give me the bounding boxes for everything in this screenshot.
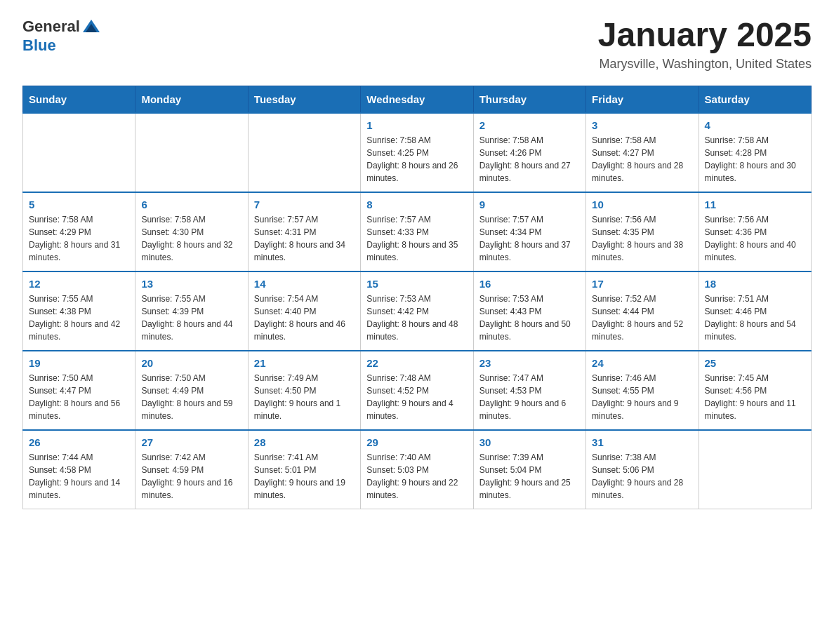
calendar-cell: 4Sunrise: 7:58 AMSunset: 4:28 PMDaylight… [699,113,811,192]
day-number: 15 [366,278,467,290]
page-subtitle: Marysville, Washington, United States [598,57,812,72]
header-day-friday: Friday [586,86,699,113]
title-section: January 2025 Marysville, Washington, Uni… [598,17,812,72]
day-info: Sunrise: 7:46 AMSunset: 4:55 PMDaylight:… [592,372,692,422]
calendar-cell [135,113,248,192]
day-info: Sunrise: 7:55 AMSunset: 4:39 PMDaylight:… [141,293,241,343]
calendar-cell: 9Sunrise: 7:57 AMSunset: 4:34 PMDaylight… [473,192,585,271]
calendar-cell: 21Sunrise: 7:49 AMSunset: 4:50 PMDayligh… [248,351,360,430]
logo-icon [81,17,101,36]
day-info: Sunrise: 7:54 AMSunset: 4:40 PMDaylight:… [254,293,355,343]
day-number: 21 [254,357,355,369]
day-info: Sunrise: 7:40 AMSunset: 5:03 PMDaylight:… [366,451,467,502]
day-number: 11 [705,199,805,210]
calendar-cell: 25Sunrise: 7:45 AMSunset: 4:56 PMDayligh… [699,351,811,430]
calendar-cell: 15Sunrise: 7:53 AMSunset: 4:42 PMDayligh… [361,271,473,351]
day-info: Sunrise: 7:53 AMSunset: 4:42 PMDaylight:… [366,293,467,343]
day-info: Sunrise: 7:56 AMSunset: 4:35 PMDaylight:… [592,213,692,264]
day-info: Sunrise: 7:58 AMSunset: 4:27 PMDaylight:… [592,134,692,185]
day-number: 2 [479,119,580,131]
day-info: Sunrise: 7:57 AMSunset: 4:33 PMDaylight:… [366,213,467,264]
week-row-3: 12Sunrise: 7:55 AMSunset: 4:38 PMDayligh… [23,271,812,351]
calendar-cell: 16Sunrise: 7:53 AMSunset: 4:43 PMDayligh… [473,271,585,351]
calendar-cell: 12Sunrise: 7:55 AMSunset: 4:38 PMDayligh… [23,271,135,351]
calendar-cell: 30Sunrise: 7:39 AMSunset: 5:04 PMDayligh… [473,430,585,509]
day-number: 23 [479,357,580,369]
day-number: 26 [29,436,129,448]
day-number: 17 [592,278,692,290]
calendar-cell [248,113,360,192]
day-number: 9 [479,199,580,210]
week-row-1: 1Sunrise: 7:58 AMSunset: 4:25 PMDaylight… [23,113,812,192]
calendar-cell: 18Sunrise: 7:51 AMSunset: 4:46 PMDayligh… [699,271,811,351]
calendar-cell: 8Sunrise: 7:57 AMSunset: 4:33 PMDaylight… [361,192,473,271]
page-header: General Blue January 2025 Marysville, Wa… [22,17,812,72]
day-info: Sunrise: 7:38 AMSunset: 5:06 PMDaylight:… [592,451,692,502]
day-info: Sunrise: 7:42 AMSunset: 4:59 PMDaylight:… [141,451,241,502]
day-info: Sunrise: 7:57 AMSunset: 4:34 PMDaylight:… [479,213,580,264]
day-number: 24 [592,357,692,369]
calendar-cell: 27Sunrise: 7:42 AMSunset: 4:59 PMDayligh… [135,430,248,509]
day-number: 27 [141,436,241,448]
day-info: Sunrise: 7:39 AMSunset: 5:04 PMDaylight:… [479,451,580,502]
calendar-cell: 11Sunrise: 7:56 AMSunset: 4:36 PMDayligh… [699,192,811,271]
calendar-cell: 23Sunrise: 7:47 AMSunset: 4:53 PMDayligh… [473,351,585,430]
calendar-cell: 26Sunrise: 7:44 AMSunset: 4:58 PMDayligh… [23,430,135,509]
day-number: 30 [479,436,580,448]
week-row-5: 26Sunrise: 7:44 AMSunset: 4:58 PMDayligh… [23,430,812,509]
day-info: Sunrise: 7:56 AMSunset: 4:36 PMDaylight:… [705,213,805,264]
calendar-cell: 24Sunrise: 7:46 AMSunset: 4:55 PMDayligh… [586,351,699,430]
day-info: Sunrise: 7:58 AMSunset: 4:29 PMDaylight:… [29,213,129,264]
day-info: Sunrise: 7:58 AMSunset: 4:26 PMDaylight:… [479,134,580,185]
day-info: Sunrise: 7:44 AMSunset: 4:58 PMDaylight:… [29,451,129,502]
day-info: Sunrise: 7:58 AMSunset: 4:30 PMDaylight:… [141,213,241,264]
day-number: 4 [705,119,805,131]
day-number: 25 [705,357,805,369]
calendar-cell: 3Sunrise: 7:58 AMSunset: 4:27 PMDaylight… [586,113,699,192]
logo-text-blue: Blue [22,36,56,55]
day-info: Sunrise: 7:55 AMSunset: 4:38 PMDaylight:… [29,293,129,343]
page-title: January 2025 [598,17,812,54]
day-number: 12 [29,278,129,290]
day-number: 5 [29,199,129,210]
day-number: 20 [141,357,241,369]
day-number: 16 [479,278,580,290]
calendar-cell: 29Sunrise: 7:40 AMSunset: 5:03 PMDayligh… [361,430,473,509]
day-number: 22 [366,357,467,369]
day-number: 6 [141,199,241,210]
day-info: Sunrise: 7:47 AMSunset: 4:53 PMDaylight:… [479,372,580,422]
calendar-cell: 28Sunrise: 7:41 AMSunset: 5:01 PMDayligh… [248,430,360,509]
calendar-body: 1Sunrise: 7:58 AMSunset: 4:25 PMDaylight… [23,113,812,509]
calendar-cell: 2Sunrise: 7:58 AMSunset: 4:26 PMDaylight… [473,113,585,192]
week-row-2: 5Sunrise: 7:58 AMSunset: 4:29 PMDaylight… [23,192,812,271]
day-number: 1 [366,119,467,131]
day-number: 28 [254,436,355,448]
calendar-cell: 10Sunrise: 7:56 AMSunset: 4:35 PMDayligh… [586,192,699,271]
calendar-cell: 31Sunrise: 7:38 AMSunset: 5:06 PMDayligh… [586,430,699,509]
calendar-cell: 19Sunrise: 7:50 AMSunset: 4:47 PMDayligh… [23,351,135,430]
day-info: Sunrise: 7:50 AMSunset: 4:47 PMDaylight:… [29,372,129,422]
day-info: Sunrise: 7:58 AMSunset: 4:28 PMDaylight:… [705,134,805,185]
day-number: 8 [366,199,467,210]
day-number: 7 [254,199,355,210]
day-info: Sunrise: 7:51 AMSunset: 4:46 PMDaylight:… [705,293,805,343]
calendar-cell: 14Sunrise: 7:54 AMSunset: 4:40 PMDayligh… [248,271,360,351]
day-info: Sunrise: 7:41 AMSunset: 5:01 PMDaylight:… [254,451,355,502]
day-info: Sunrise: 7:45 AMSunset: 4:56 PMDaylight:… [705,372,805,422]
week-row-4: 19Sunrise: 7:50 AMSunset: 4:47 PMDayligh… [23,351,812,430]
header-day-thursday: Thursday [473,86,585,113]
day-number: 10 [592,199,692,210]
header-day-monday: Monday [135,86,248,113]
day-number: 13 [141,278,241,290]
day-info: Sunrise: 7:58 AMSunset: 4:25 PMDaylight:… [366,134,467,185]
header-day-wednesday: Wednesday [361,86,473,113]
calendar-cell: 17Sunrise: 7:52 AMSunset: 4:44 PMDayligh… [586,271,699,351]
day-info: Sunrise: 7:50 AMSunset: 4:49 PMDaylight:… [141,372,241,422]
day-number: 29 [366,436,467,448]
calendar-cell [23,113,135,192]
day-number: 31 [592,436,692,448]
day-number: 18 [705,278,805,290]
calendar-cell: 20Sunrise: 7:50 AMSunset: 4:49 PMDayligh… [135,351,248,430]
logo[interactable]: General Blue [22,17,101,55]
header-row: SundayMondayTuesdayWednesdayThursdayFrid… [23,86,812,113]
